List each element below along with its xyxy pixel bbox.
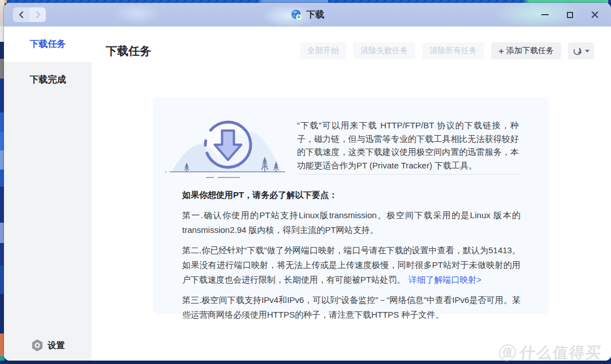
port-mapping-link[interactable]: 详细了解端口映射> <box>408 275 481 284</box>
chevron-right-icon <box>35 11 41 18</box>
pt-tip-3: 第三.极空间下载支持IPv4和IPv6，可以到“设备监控”－“网络信息”中查看I… <box>182 293 520 322</box>
pt-tip-2: 第二.你已经针对“下载”做了外网端口映射，端口号请在下载的设置中查看，默认为51… <box>182 243 520 287</box>
download-illustration <box>164 104 295 185</box>
main-content: 下载任务 全部开始 清除失败任务 清除所有任务 + 添加下载任务 <box>92 27 611 361</box>
sidebar-item-download-complete[interactable]: 下载完成 <box>4 62 92 98</box>
minimize-icon <box>541 14 549 15</box>
sort-order-button[interactable] <box>568 42 594 59</box>
titlebar: 下载 <box>4 3 611 27</box>
forward-button[interactable] <box>29 7 46 22</box>
plus-icon: + <box>498 46 504 56</box>
sidebar-item-label: 下载完成 <box>30 74 66 86</box>
download-app-window: 下载 下载任务 下载完成 设置 <box>4 3 611 361</box>
chevron-down-icon <box>585 50 590 53</box>
minimize-button[interactable] <box>536 7 553 23</box>
maximize-icon <box>567 12 573 18</box>
close-icon <box>591 11 599 19</box>
settings-label: 设置 <box>48 340 65 351</box>
pt-tip-1: 第一.确认你使用的PT站支持Linux版transmission。极空间下载采用… <box>182 208 520 237</box>
clear-all-button[interactable]: 清除所有任务 <box>422 42 484 59</box>
nav-history-pill <box>13 7 46 22</box>
sidebar-item-label: 下载任务 <box>30 38 66 50</box>
start-all-button[interactable]: 全部开始 <box>300 42 346 59</box>
close-button[interactable] <box>586 7 603 23</box>
settings-button[interactable]: 设置 <box>4 339 92 352</box>
window-title-area: 下载 <box>4 3 611 27</box>
sort-by-time-icon <box>573 46 583 56</box>
pt-tips-heading: 如果你想使用PT，请务必了解以下要点： <box>182 190 337 201</box>
desktop-taskbar-strip <box>0 361 611 364</box>
clear-failed-button[interactable]: 清除失败任务 <box>353 42 415 59</box>
window-body: 下载任务 下载完成 设置 下载任务 全部开始 清除失败任务 <box>4 27 611 361</box>
card-intro-text: “下载”可以用来下载 HTTP/FTP/BT 协议的下载链接，种子，磁力链，但与… <box>297 119 519 172</box>
gear-icon <box>31 339 44 352</box>
chevron-left-icon <box>18 11 25 18</box>
back-button[interactable] <box>13 7 29 22</box>
globe-download-icon <box>291 9 302 20</box>
main-header: 下载任务 全部开始 清除失败任务 清除所有任务 + 添加下载任务 <box>106 42 594 59</box>
page-title: 下载任务 <box>106 44 151 59</box>
window-title: 下载 <box>307 9 325 21</box>
sidebar: 下载任务 下载完成 设置 <box>4 27 92 361</box>
window-controls <box>536 3 603 27</box>
maximize-button[interactable] <box>561 7 578 23</box>
sidebar-item-download-tasks[interactable]: 下载任务 <box>4 27 92 62</box>
add-task-label: 添加下载任务 <box>506 46 554 56</box>
info-card: “下载”可以用来下载 HTTP/FTP/BT 协议的下载链接，种子，磁力链，但与… <box>153 97 549 314</box>
pt-tips-list: 第一.确认你使用的PT站支持Linux版transmission。极空间下载采用… <box>182 208 520 328</box>
add-download-task-button[interactable]: + 添加下载任务 <box>491 42 561 59</box>
toolbar: 全部开始 清除失败任务 清除所有任务 + 添加下载任务 <box>300 42 594 59</box>
card-divider <box>297 174 519 175</box>
